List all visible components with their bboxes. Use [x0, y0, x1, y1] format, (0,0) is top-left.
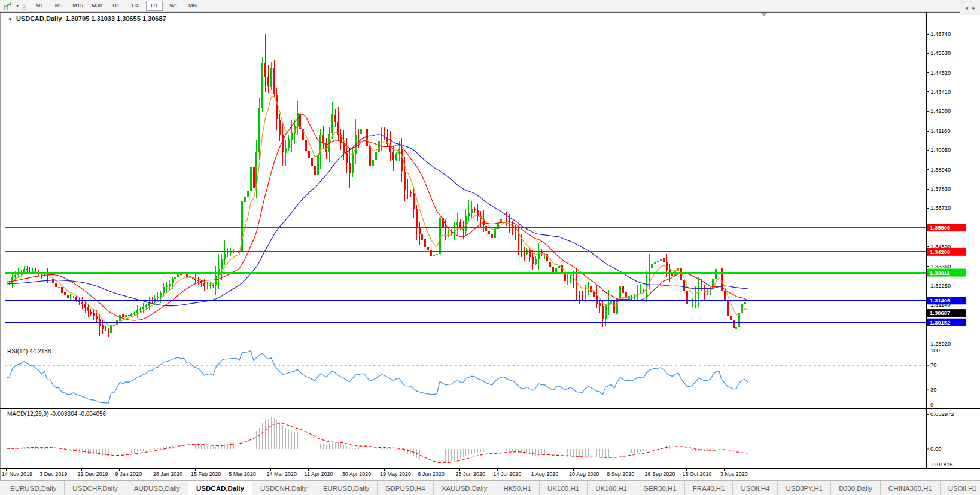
chart-tab-xauusd-daily[interactable]: XAUUSD,Daily: [433, 481, 495, 495]
chart-icon[interactable]: [2, 1, 14, 11]
chart-tab-hk50-h1[interactable]: HK50,H1: [495, 481, 539, 495]
date-tick-label: 8 Sep 2020: [607, 471, 634, 477]
chart-tab-gbpusd-h4[interactable]: GBPUSD,H4: [377, 481, 433, 495]
chart-window: [0, 11, 980, 480]
date-tick-label: 25 Jun 2020: [455, 471, 485, 477]
macd-name: MACD(12,26,9): [7, 411, 48, 417]
date-tick-label: 11 Apr 2020: [305, 471, 333, 477]
date-tick-label: 14 Nov 2019: [2, 471, 32, 477]
timeframe-button-m15[interactable]: M15: [69, 1, 86, 11]
rsi-value: 44.2188: [29, 348, 51, 355]
tab-scroll-buttons: ◂ ▸: [960, 0, 980, 15]
date-tick-label: 15 Feb 2020: [191, 471, 221, 477]
date-tick-label: 26 Sep 2020: [644, 471, 675, 477]
date-tick-label: 19 May 2020: [380, 471, 411, 477]
timeframe-button-d1[interactable]: D1: [146, 1, 163, 11]
date-tick-label: 3 Nov 2020: [720, 471, 748, 477]
chart-tab-usdcnh-daily[interactable]: USDCNH,Daily: [252, 481, 315, 495]
mt-terminal: { "toolbar": { "timeframes": ["M1","M5",…: [0, 0, 980, 495]
chart-tab-eurusd-daily[interactable]: EURUSD,Daily: [2, 481, 64, 495]
timeframe-button-m30[interactable]: M30: [89, 1, 105, 11]
chart-tab-dj30-daily[interactable]: DJ30,Daily: [830, 481, 880, 495]
date-tick-label: 21 Dec 2019: [77, 471, 108, 477]
timeframe-button-w1[interactable]: W1: [165, 1, 182, 11]
chart-title: ▼USDCAD,Daily 1.30705 1.31033 1.30655 1.…: [8, 15, 166, 22]
date-tick-label: 28 Jan 2020: [153, 471, 183, 477]
date-axis[interactable]: 14 Nov 20193 Dec 201921 Dec 20199 Jan 20…: [0, 469, 980, 480]
timeframe-button-h1[interactable]: H1: [108, 1, 124, 11]
chart-tab-usdcad-daily[interactable]: USDCAD,Daily: [188, 481, 252, 495]
chart-tab-usoil-h4[interactable]: USOil,H4: [732, 481, 777, 495]
date-tick-label: 6 Jun 2020: [418, 471, 445, 477]
chart-tab-fra40-h1[interactable]: FRA40,H1: [684, 481, 733, 495]
date-tick-label: 15 Oct 2020: [683, 471, 712, 477]
chart-tab-usdjpy-h1[interactable]: USDJPY,H1: [777, 481, 830, 495]
chart-tab-uk100-h1[interactable]: UK100,H1: [587, 481, 635, 495]
timeframe-button-m5[interactable]: M5: [50, 1, 67, 11]
chart-symbol-label: USDCAD,Daily: [16, 15, 62, 22]
rsi-indicator-label: RSI(14) 44.2188: [7, 348, 51, 355]
chart-tab-eurusd-daily[interactable]: EURUSD,Daily: [315, 481, 377, 495]
macd-indicator-label: MACD(12,26,9) -0.003304 -0.004056: [7, 411, 106, 417]
chart-tab-ger30-h1[interactable]: GER30,H1: [635, 481, 684, 495]
rsi-name: RSI(14): [7, 348, 28, 355]
date-tick-label: 9 Jan 2020: [115, 471, 142, 477]
chart-tab-usdchf-daily[interactable]: USDCHF,Daily: [64, 481, 125, 495]
timeframe-button-mn[interactable]: MN: [184, 1, 201, 11]
tab-scroll-left-icon[interactable]: ◂: [963, 5, 970, 11]
chart-tab-uk100-h1[interactable]: UK100,H1: [539, 481, 587, 495]
chevron-down-icon[interactable]: ▾: [14, 3, 21, 8]
tab-scroll-right-icon[interactable]: ▸: [970, 5, 978, 11]
chart-tab-audusd-daily[interactable]: AUDUSD,Daily: [126, 481, 188, 495]
timeframe-button-h4[interactable]: H4: [127, 1, 144, 11]
chart-tab-usoil-h1[interactable]: USOil,H1: [940, 481, 980, 495]
date-tick-label: 30 Apr 2020: [342, 471, 372, 477]
timeframe-buttons: M1M5M15M30H1H4D1W1MN: [30, 1, 202, 11]
date-tick-label: 24 Mar 2020: [266, 471, 297, 477]
date-tick-label: 14 Jul 2020: [494, 471, 522, 477]
date-tick-label: 1 Aug 2020: [531, 471, 559, 477]
chart-tab-china300-h1[interactable]: CHINA300,H1: [880, 481, 940, 495]
timeframe-button-m1[interactable]: M1: [31, 1, 48, 11]
date-tick-label: 3 Dec 2019: [39, 471, 67, 477]
macd-values: -0.003304 -0.004056: [50, 411, 106, 417]
one-click-trading-icon[interactable]: ▼: [8, 17, 13, 22]
date-tick-label: 5 Mar 2020: [229, 471, 256, 477]
toolbar-grip[interactable]: [23, 2, 26, 10]
timeframe-toolbar: ▾ M1M5M15M30H1H4D1W1MN: [0, 0, 980, 12]
chart-tab-bar: EURUSD,DailyUSDCHF,DailyAUDUSD,DailyUSDC…: [0, 480, 980, 495]
date-tick-label: 20 Aug 2020: [569, 471, 599, 477]
chart-ohlc-values: 1.30705 1.31033 1.30655 1.30687: [65, 15, 166, 22]
